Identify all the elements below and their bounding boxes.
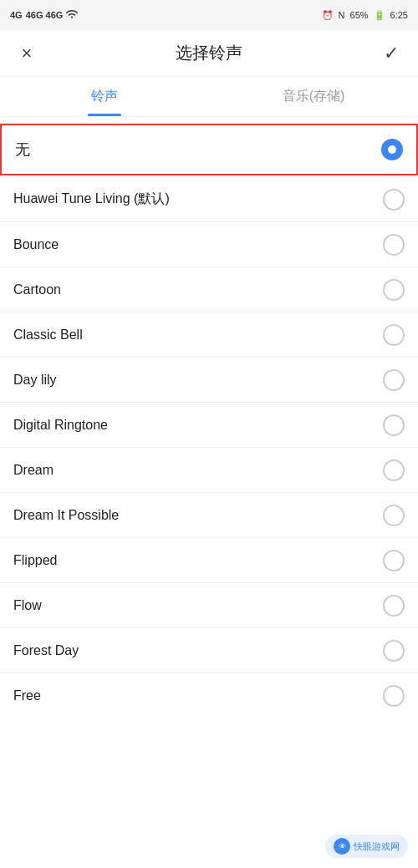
network-type: 46G 46G <box>26 10 64 20</box>
status-left: 4G 46G 46G <box>10 9 78 21</box>
list-item[interactable]: Classic Bell <box>0 312 418 358</box>
alarm-icon: ⏰ <box>322 10 334 21</box>
list-item-label: Digital Ringtone <box>13 418 108 433</box>
list-item[interactable]: Day lily <box>0 358 418 403</box>
tab-bar: 铃声 音乐(存储) <box>0 77 418 117</box>
list-item-label: Huawei Tune Living (默认) <box>13 190 170 208</box>
list-item-label: Classic Bell <box>13 327 83 343</box>
tab-music[interactable]: 音乐(存储) <box>209 77 418 116</box>
list-item[interactable]: Flow <box>0 583 418 628</box>
radio-empty-icon <box>383 189 405 211</box>
tab-music-label: 音乐(存储) <box>283 88 345 105</box>
list-item[interactable]: Dream It Possible <box>0 493 418 538</box>
list-item[interactable]: Huawei Tune Living (默认) <box>0 177 418 222</box>
list-item[interactable]: Flipped <box>0 538 418 583</box>
battery-icon: 🔋 <box>374 10 385 21</box>
watermark: 👁 快眼游戏网 <box>325 835 408 858</box>
page-title: 选择铃声 <box>176 42 242 64</box>
list-item-label: Dream It Possible <box>13 508 119 523</box>
radio-selected-icon <box>381 139 403 160</box>
app-header: × 选择铃声 ✓ <box>0 30 418 77</box>
list-item[interactable]: Bounce <box>0 222 418 267</box>
list-item-label: Flipped <box>13 553 57 568</box>
selected-ringtone-label: 无 <box>15 140 30 160</box>
tab-ringtone[interactable]: 铃声 <box>0 77 209 116</box>
radio-empty-icon <box>383 685 405 707</box>
list-item[interactable]: Free <box>0 673 418 718</box>
watermark-icon: 👁 <box>334 838 350 855</box>
close-button[interactable]: × <box>13 40 40 67</box>
radio-empty-icon <box>383 324 405 346</box>
status-right: ⏰ N 65% 🔋 6:25 <box>322 10 408 21</box>
signal-strength: 4G <box>10 10 23 20</box>
list-item-label: Cartoon <box>13 282 61 297</box>
radio-empty-icon <box>383 234 405 256</box>
watermark-icon-text: 👁 <box>339 842 346 850</box>
radio-empty-icon <box>383 459 405 481</box>
ringtone-list: Huawei Tune Living (默认) Bounce Cartoon C… <box>0 177 418 718</box>
tab-ringtone-label: 铃声 <box>91 88 118 105</box>
radio-empty-icon <box>383 595 405 617</box>
radio-empty-icon <box>383 369 405 391</box>
radio-empty-icon <box>383 640 405 662</box>
confirm-button[interactable]: ✓ <box>378 40 405 67</box>
list-item[interactable]: Digital Ringtone <box>0 403 418 448</box>
radio-empty-icon <box>383 279 405 301</box>
list-item-label: Free <box>13 688 41 703</box>
list-item-label: Dream <box>13 463 54 478</box>
notification-icon: N <box>339 10 345 20</box>
watermark-label: 快眼游戏网 <box>354 840 400 853</box>
status-bar: 4G 46G 46G ⏰ N 65% 🔋 6:25 <box>0 0 418 30</box>
time-display: 6:25 <box>390 10 408 20</box>
radio-empty-icon <box>383 550 405 571</box>
list-item[interactable]: Dream <box>0 448 418 493</box>
list-item[interactable]: Forest Day <box>0 628 418 673</box>
selected-ringtone-row[interactable]: 无 <box>0 124 418 175</box>
battery-percent: 65% <box>350 10 369 20</box>
radio-empty-icon <box>383 505 405 526</box>
wifi-icon <box>66 9 78 21</box>
content-area: 无 Huawei Tune Living (默认) Bounce Cartoon… <box>0 124 418 718</box>
radio-empty-icon <box>383 414 405 436</box>
list-item[interactable]: Cartoon <box>0 267 418 312</box>
list-item-label: Bounce <box>13 237 59 252</box>
list-item-label: Day lily <box>13 373 57 388</box>
list-item-label: Flow <box>13 598 42 613</box>
list-item-label: Forest Day <box>13 643 79 658</box>
